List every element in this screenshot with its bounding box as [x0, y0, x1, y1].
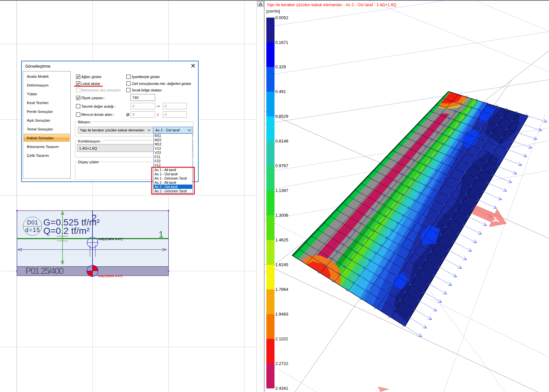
svg-text:M12: M12 [155, 142, 162, 146]
svg-text:M22: M22 [155, 138, 162, 142]
svg-text:As 2 - Görünen Taraf: As 2 - Görünen Taraf [155, 189, 187, 193]
svg-text:Yapı ile beraber çözülen kabuk: Yapı ile beraber çözülen kabuk elemanlar… [80, 128, 145, 132]
svg-text:P01 25/400: P01 25/400 [25, 266, 64, 276]
svg-text:Perde Sonuçları: Perde Sonuçları [27, 110, 53, 114]
svg-text:0.0052: 0.0052 [275, 15, 289, 20]
svg-text:Kombinasyon :: Kombinasyon : [78, 139, 102, 143]
svg-text:V23: V23 [155, 151, 161, 155]
svg-text:F11: F11 [155, 155, 161, 159]
svg-text:1.4625: 1.4625 [275, 237, 289, 242]
svg-text:F22: F22 [155, 159, 161, 163]
svg-text:Betonarme aks sonuçları: Betonarme aks sonuçları [81, 88, 121, 92]
svg-text:0.8148: 0.8148 [275, 139, 289, 143]
svg-text:Kabuk Sonuçları: Kabuk Sonuçları [27, 136, 54, 140]
svg-text:1.9483: 1.9483 [275, 312, 289, 317]
svg-text:Düşey yükler: Düşey yükler [78, 160, 99, 164]
svg-text:0: 0 [165, 113, 167, 116]
svg-text:D01: D01 [27, 219, 38, 226]
svg-text:M11: M11 [155, 134, 161, 138]
svg-text:1: 1 [159, 230, 163, 239]
svg-text:KM(ZEMİN KAT): KM(ZEMİN KAT) [98, 237, 123, 241]
svg-text:0: 0 [133, 113, 134, 116]
svg-text:As 1 - Üst taraf: As 1 - Üst taraf [155, 172, 178, 176]
svg-text:As 2 - Üst taraf: As 2 - Üst taraf [155, 128, 180, 132]
svg-text:/: / [157, 113, 159, 117]
svg-text:As 1 - Alt taraf: As 1 - Alt taraf [155, 168, 176, 172]
svg-text:740: 740 [133, 96, 139, 100]
svg-text:Temel Sonuçları: Temel Sonuçları [27, 127, 53, 131]
svg-text:1.1387: 1.1387 [275, 188, 289, 193]
svg-text:Görselleştirme: Görselleştirme [25, 64, 51, 69]
svg-text:0.329: 0.329 [275, 64, 286, 69]
svg-text:Bileşen :: Bileşen : [78, 120, 92, 124]
svg-text:Betonarme Tasarım: Betonarme Tasarım [27, 145, 59, 149]
svg-text:Zarf sonuçlarında min. değerle: Zarf sonuçlarında min. değerleri göster [132, 82, 191, 86]
svg-text:Ölçek çarpanı :: Ölçek çarpanı : [81, 96, 106, 100]
svg-text:Kesit Tesirleri: Kesit Tesirleri [27, 101, 49, 105]
svg-text:->: -> [156, 104, 160, 108]
svg-text:1.6245: 1.6245 [275, 262, 289, 267]
svg-text:2.4341: 2.4341 [275, 386, 289, 391]
svg-text:2.2722: 2.2722 [275, 361, 289, 366]
svg-text:F12: F12 [155, 163, 161, 167]
svg-text:Ağları göster: Ağları göster [81, 75, 102, 79]
svg-text:Q=0.2 tf/m²: Q=0.2 tf/m² [43, 226, 90, 236]
svg-text:Tanımlı değer aralığı :: Tanımlı değer aralığı : [81, 104, 116, 108]
svg-text:As 1 - Görünen Taraf: As 1 - Görünen Taraf [155, 176, 187, 180]
svg-text:1.7864: 1.7864 [275, 287, 289, 292]
svg-text:Deformasyon: Deformasyon [27, 83, 49, 87]
svg-text:RM(ZEMİN KAT): RM(ZEMİN KAT) [98, 275, 123, 278]
svg-text:Lokal akslar: Lokal akslar [81, 82, 101, 86]
svg-text:0.6529: 0.6529 [275, 114, 289, 119]
svg-text:[cm²/m]: [cm²/m] [266, 9, 280, 14]
svg-text:Mevcut donatı alanı :: Mevcut donatı alanı : [81, 113, 115, 116]
svg-text:1.4G+1.6Q: 1.4G+1.6Q [79, 146, 97, 150]
svg-text:1.3006: 1.3006 [275, 213, 289, 218]
svg-text:Yapı ile beraber çözülen kabuk: Yapı ile beraber çözülen kabuk elemanlar… [267, 3, 396, 7]
svg-text:0: 0 [133, 104, 134, 108]
svg-text:0.9767: 0.9767 [275, 163, 289, 168]
svg-text:Çelik Tasarım: Çelik Tasarım [27, 154, 49, 157]
svg-text:Sıcak bölge skalası: Sıcak bölge skalası [132, 88, 162, 92]
svg-text:0.491: 0.491 [275, 89, 286, 94]
svg-text:0: 0 [165, 104, 167, 108]
svg-text:Yükler: Yükler [27, 92, 37, 96]
svg-text:V13: V13 [155, 146, 161, 150]
svg-text:Ø: Ø [126, 113, 130, 117]
svg-text:Analiz Modeli: Analiz Modeli [27, 74, 49, 78]
svg-text:Aşık Sonuçları: Aşık Sonuçları [27, 118, 50, 122]
svg-text:As 2 - Alt taraf: As 2 - Alt taraf [155, 181, 176, 184]
svg-text:As 2 - Üst taraf: As 2 - Üst taraf [155, 185, 178, 189]
svg-text:0.1671: 0.1671 [275, 40, 289, 45]
svg-text:2.1102: 2.1102 [275, 336, 288, 341]
svg-text:İşaretleriyle göster: İşaretleriyle göster [132, 75, 160, 79]
